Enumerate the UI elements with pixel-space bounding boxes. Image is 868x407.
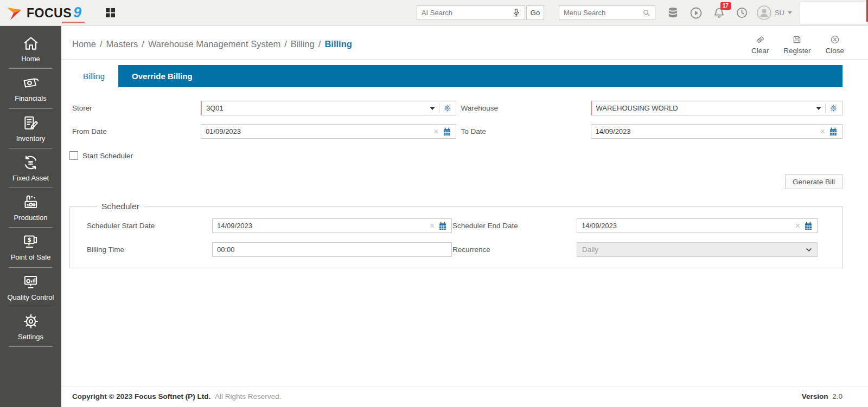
dropdown-caret-icon[interactable]: [816, 107, 821, 113]
scheduler-start-date-input[interactable]: [217, 222, 426, 230]
tab-billing[interactable]: Billing: [69, 65, 118, 87]
generate-row: Generate Bill: [69, 175, 843, 189]
from-date-input[interactable]: [206, 127, 430, 135]
clear-value-icon[interactable]: ×: [433, 127, 438, 136]
storer-label: Storer: [69, 104, 201, 112]
close-label: Close: [825, 47, 844, 55]
to-date-field[interactable]: ×: [591, 124, 843, 139]
scheduler-end-date-input[interactable]: [582, 222, 792, 230]
warehouse-gear-icon[interactable]: [829, 104, 838, 112]
sidebar-item-settings[interactable]: Settings: [0, 307, 61, 347]
user-menu[interactable]: SU: [757, 5, 792, 20]
breadcrumb-separator: /: [318, 39, 321, 49]
chevron-down-icon: [788, 11, 792, 16]
footer: Copyright © 2023 Focus Softnet (P) Ltd. …: [61, 386, 868, 407]
settings-icon: [22, 313, 40, 330]
notification-badge: 17: [720, 2, 731, 10]
close-button[interactable]: Close: [825, 35, 844, 55]
microphone-icon[interactable]: [512, 8, 520, 17]
header-icon-cluster: 17: [667, 7, 748, 20]
copyright-rights: All Rights Reserved.: [215, 392, 281, 400]
scheduler-row-2: Billing Time Recurrence Daily: [86, 242, 818, 257]
scheduler-start-date-field[interactable]: ×: [212, 218, 452, 233]
calendar-icon[interactable]: [438, 222, 447, 230]
tab-bar: Billing Override Billing: [69, 65, 843, 87]
clear-value-icon[interactable]: ×: [795, 222, 800, 230]
sidebar-item-label: Home: [21, 55, 40, 63]
from-date-group: From Date ×: [69, 124, 456, 139]
breadcrumb-masters[interactable]: Masters: [106, 39, 138, 49]
breadcrumb-billing[interactable]: Billing: [291, 39, 315, 49]
breadcrumb-current: Billing: [324, 39, 352, 49]
menu-search-input[interactable]: [564, 9, 642, 17]
scheduler-section: Scheduler Scheduler Start Date ×: [69, 202, 843, 268]
to-date-input[interactable]: [596, 127, 816, 135]
from-date-field[interactable]: ×: [201, 124, 456, 139]
apps-grid-icon[interactable]: [105, 8, 116, 18]
logo-tagline: [62, 22, 85, 23]
recurrence-select[interactable]: Daily: [577, 242, 818, 257]
search-icon[interactable]: [642, 9, 650, 17]
storer-gear-icon[interactable]: [443, 104, 451, 112]
field-separator: [439, 104, 439, 113]
warehouse-label: Warehouse: [456, 104, 591, 112]
storer-field[interactable]: [201, 101, 456, 115]
financials-icon: [22, 75, 40, 91]
sidebar-item-quality-control[interactable]: Quality Control: [0, 268, 61, 307]
quality-control-icon: [22, 274, 40, 290]
notifications-bell-icon[interactable]: 17: [713, 7, 725, 20]
point-of-sale-icon: $: [22, 234, 40, 250]
logo-arrow-icon: [5, 4, 23, 22]
logo-nine: 9: [73, 4, 81, 21]
clear-label: Clear: [751, 47, 769, 55]
start-scheduler-checkbox[interactable]: [69, 151, 78, 160]
generate-bill-button[interactable]: Generate Bill: [785, 175, 843, 189]
save-floppy-icon: [792, 35, 802, 44]
form-row-1: Storer Warehouse: [69, 101, 843, 115]
calendar-icon[interactable]: [829, 127, 838, 136]
tab-override-billing[interactable]: Override Billing: [118, 65, 206, 87]
scheduler-end-date-field[interactable]: ×: [577, 218, 818, 233]
clear-button[interactable]: Clear: [751, 35, 769, 55]
ai-search-field[interactable]: [417, 5, 525, 20]
register-button[interactable]: Register: [783, 35, 810, 55]
breadcrumb-wms[interactable]: Warehouse Management System: [148, 39, 280, 49]
history-clock-icon[interactable]: [736, 7, 748, 19]
recurrence-value: Daily: [582, 246, 598, 254]
play-icon[interactable]: [690, 7, 703, 20]
user-initials: SU: [775, 9, 784, 17]
sidebar-item-fixed-asset[interactable]: Fixed Asset: [0, 148, 61, 188]
breadcrumb: Home/Masters/Warehouse Management System…: [72, 31, 352, 55]
clear-value-icon[interactable]: ×: [430, 222, 435, 230]
warehouse-field[interactable]: [591, 101, 843, 115]
sidebar-item-point-of-sale[interactable]: $ Point of Sale: [0, 228, 61, 267]
warehouse-input[interactable]: [596, 104, 813, 112]
dropdown-caret-icon[interactable]: [430, 107, 435, 113]
scheduler-end-date-group: Scheduler End Date ×: [452, 218, 818, 233]
header-company-box[interactable]: [800, 1, 868, 25]
storer-input[interactable]: [206, 104, 426, 112]
copyright-company: Focus Softnet (P) Ltd.: [135, 392, 210, 400]
app-logo[interactable]: FOCUS 9: [5, 4, 81, 22]
go-button[interactable]: Go: [526, 5, 544, 20]
sidebar-item-production[interactable]: Production: [0, 188, 61, 228]
clear-value-icon[interactable]: ×: [820, 127, 825, 136]
document-actions: Clear Register: [751, 31, 844, 55]
billing-time-label: Billing Time: [86, 246, 212, 254]
sidebar-item-financials[interactable]: Financials: [0, 69, 61, 108]
register-label: Register: [783, 47, 810, 55]
copyright-text: Copyright © 2023 Focus Softnet (P) Ltd. …: [72, 392, 281, 400]
calendar-icon[interactable]: [804, 222, 813, 230]
calendar-icon[interactable]: [443, 127, 451, 136]
sidebar-item-home[interactable]: Home: [0, 29, 61, 69]
scheduler-start-date-label: Scheduler Start Date: [86, 222, 212, 230]
ai-search-input[interactable]: [422, 9, 512, 17]
scheduler-legend: Scheduler: [97, 202, 144, 211]
billing-time-field[interactable]: [212, 242, 452, 257]
sidebar-item-inventory[interactable]: Inventory: [0, 109, 61, 148]
menu-search-field[interactable]: [559, 5, 655, 20]
breadcrumb-separator: /: [142, 39, 144, 49]
billing-time-input[interactable]: [217, 246, 447, 254]
breadcrumb-home[interactable]: Home: [72, 39, 96, 49]
database-icon[interactable]: [667, 7, 679, 19]
